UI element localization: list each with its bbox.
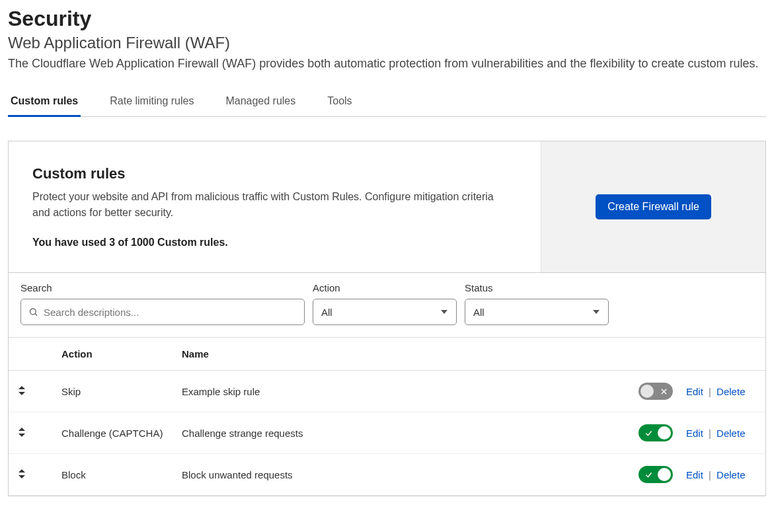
delete-link[interactable]: Delete (716, 386, 745, 397)
rule-action: Skip (32, 371, 175, 412)
tab-managed-rules[interactable]: Managed rules (223, 89, 298, 116)
svg-line-1 (35, 314, 37, 316)
svg-point-0 (30, 309, 36, 315)
edit-link[interactable]: Edit (686, 386, 703, 397)
create-firewall-rule-button[interactable]: Create Firewall rule (596, 194, 711, 219)
usage-text: You have used 3 of 1000 Custom rules. (32, 237, 517, 248)
rule-name: Example skip rule (175, 371, 632, 412)
drag-handle-icon[interactable] (18, 428, 26, 439)
table-row: Skip Example skip rule Edit | Delete (9, 371, 765, 412)
status-filter-select[interactable]: All (465, 299, 609, 325)
tab-rate-limiting-rules[interactable]: Rate limiting rules (107, 89, 196, 116)
edit-link[interactable]: Edit (686, 469, 703, 480)
svg-marker-3 (19, 392, 25, 395)
svg-marker-6 (19, 428, 25, 431)
table-row: Challenge (CAPTCHA) Challenge strange re… (9, 412, 765, 454)
check-icon (642, 468, 655, 481)
drag-handle-icon[interactable] (18, 386, 26, 397)
rules-table: Action Name Skip Example skip rule Edit (9, 337, 765, 496)
page-subtitle: Web Application Firewall (WAF) (8, 34, 766, 52)
search-icon (28, 307, 38, 317)
rule-toggle[interactable] (639, 466, 673, 483)
rule-action: Block (32, 454, 175, 496)
custom-rules-card: Custom rules Protect your website and AP… (8, 141, 766, 496)
table-row: Block Block unwanted requests Edit | Del… (9, 454, 765, 496)
search-label: Search (20, 282, 305, 293)
column-header-name: Name (175, 338, 632, 371)
card-title: Custom rules (32, 165, 517, 182)
action-filter-select[interactable]: All (313, 299, 457, 325)
page-description: The Cloudflare Web Application Firewall … (8, 55, 766, 73)
svg-marker-2 (19, 386, 25, 389)
drag-handle-icon[interactable] (18, 469, 26, 480)
svg-marker-9 (19, 475, 25, 478)
rule-toggle[interactable] (639, 424, 673, 441)
tab-tools[interactable]: Tools (325, 89, 354, 116)
x-icon (657, 385, 670, 398)
rule-toggle[interactable] (639, 383, 673, 400)
rule-action: Challenge (CAPTCHA) (32, 412, 175, 454)
column-header-action: Action (32, 338, 175, 371)
rule-name: Block unwanted requests (175, 454, 632, 496)
check-icon (642, 426, 655, 439)
search-input[interactable] (20, 299, 305, 325)
svg-marker-8 (19, 469, 25, 473)
status-filter-label: Status (465, 282, 609, 293)
rule-name: Challenge strange requests (175, 412, 632, 454)
delete-link[interactable]: Delete (716, 428, 745, 439)
card-description: Protect your website and API from malici… (32, 189, 508, 221)
action-filter-label: Action (313, 282, 457, 293)
svg-marker-7 (19, 434, 25, 437)
delete-link[interactable]: Delete (716, 469, 745, 480)
page-title: Security (8, 7, 766, 31)
tabs-nav: Custom rules Rate limiting rules Managed… (8, 89, 766, 117)
tab-custom-rules[interactable]: Custom rules (8, 89, 81, 116)
edit-link[interactable]: Edit (686, 428, 703, 439)
